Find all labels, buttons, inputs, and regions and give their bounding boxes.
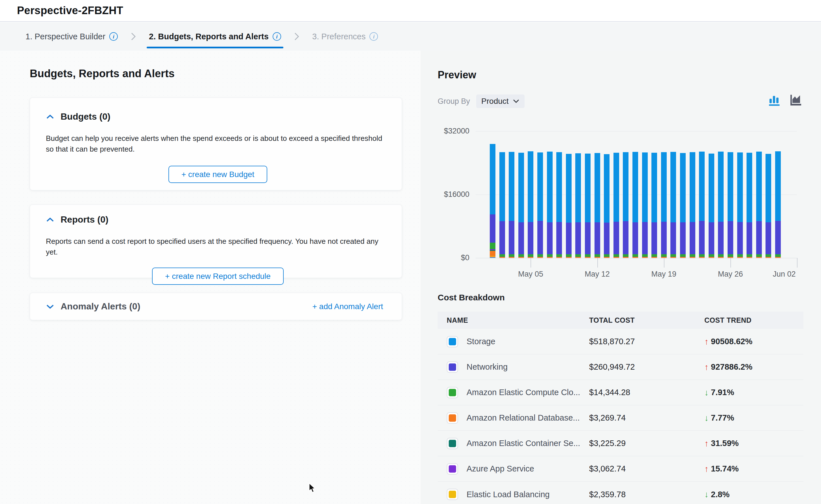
reports-title: Reports (0)	[61, 214, 108, 225]
service-name: Storage	[467, 337, 495, 346]
series-color-swatch-icon	[447, 438, 458, 449]
series-color-swatch-icon	[447, 336, 458, 347]
create-budget-button[interactable]: + create new Budget	[168, 166, 268, 183]
series-color-swatch-icon	[447, 412, 458, 424]
col-header-cost-trend: COST TREND	[704, 316, 813, 324]
service-name: Amazon Relational Database...	[467, 413, 580, 423]
table-row[interactable]: Amazon Elastic Container Se...$3,225.29↑…	[438, 431, 803, 456]
table-row[interactable]: Storage$518,870.27↑90508.62%	[438, 329, 803, 354]
info-icon[interactable]: i	[109, 32, 118, 41]
cost-trend: ↓7.77%	[704, 413, 813, 423]
table-row[interactable]: Azure App Service$3,062.74↑15.74%	[438, 456, 803, 482]
col-header-name: NAME	[447, 316, 589, 324]
total-cost: $3,225.29	[589, 439, 704, 448]
service-name-cell: Amazon Relational Database...	[447, 412, 589, 424]
trend-up-arrow-icon: ↑	[704, 464, 709, 474]
total-cost: $14,344.28	[589, 388, 704, 397]
wizard-tabbar: 1. Perspective Builder i 2. Budgets, Rep…	[0, 22, 821, 51]
mouse-cursor	[308, 483, 318, 494]
col-header-total-cost: TOTAL COST	[589, 316, 704, 324]
service-name: Azure App Service	[467, 464, 534, 473]
service-name-cell: Azure App Service	[447, 463, 589, 475]
cost-trend: ↑31.59%	[704, 439, 813, 448]
trend-percent: 7.77%	[711, 413, 734, 423]
budgets-title: Budgets (0)	[61, 111, 110, 122]
total-cost: $518,870.27	[589, 337, 704, 346]
trend-percent: 2.8%	[711, 490, 730, 499]
info-icon[interactable]: i	[273, 32, 281, 41]
series-color-swatch-icon	[447, 361, 458, 373]
add-anomaly-alert-link[interactable]: + add Anomaly Alert	[312, 302, 383, 311]
service-name-cell: Elastic Load Balancing	[447, 489, 589, 500]
cost-breakdown-table: NAME TOTAL COST COST TREND Storage$518,8…	[438, 312, 803, 504]
tab-label: 3. Preferences	[312, 32, 366, 41]
trend-down-arrow-icon: ↓	[704, 413, 709, 423]
trend-up-arrow-icon: ↑	[704, 362, 709, 372]
y-axis-tick-label: $16000	[427, 190, 469, 199]
trend-down-arrow-icon: ↓	[704, 388, 709, 397]
collapse-chevron-up-icon[interactable]	[46, 114, 54, 120]
service-name-cell: Amazon Elastic Container Se...	[447, 438, 589, 449]
service-name-cell: Networking	[447, 361, 589, 373]
y-axis-tick-label: $0	[427, 253, 469, 262]
budgets-description: Budget can help you receive alerts when …	[46, 133, 390, 154]
info-icon[interactable]: i	[369, 32, 378, 41]
cost-breakdown-title: Cost Breakdown	[438, 293, 505, 302]
series-color-swatch-icon	[447, 463, 458, 475]
trend-up-arrow-icon: ↑	[704, 439, 709, 448]
table-body: Storage$518,870.27↑90508.62%Networking$2…	[438, 329, 803, 504]
tab-label: 1. Perspective Builder	[25, 32, 105, 41]
trend-down-arrow-icon: ↓	[704, 490, 709, 499]
service-name: Amazon Elastic Container Se...	[467, 439, 580, 448]
table-row[interactable]: Networking$260,949.72↑927886.2%	[438, 354, 803, 380]
chevron-right-icon	[130, 32, 137, 41]
anomaly-alerts-title: Anomaly Alerts (0)	[61, 301, 140, 312]
total-cost: $260,949.72	[589, 362, 704, 372]
page-title: Perspective-2FBZHT	[17, 5, 123, 17]
expand-chevron-down-icon[interactable]	[46, 304, 54, 309]
preview-panel: Preview Group By Product	[421, 51, 821, 504]
service-name: Networking	[467, 362, 508, 372]
budgets-reports-alerts-panel: Budgets, Reports and Alerts Budgets (0) …	[30, 51, 402, 320]
tab-perspective-builder[interactable]: 1. Perspective Builder i	[23, 22, 120, 51]
tab-preferences[interactable]: 3. Preferences i	[310, 22, 381, 51]
reports-description: Reports can send a cost report to specif…	[46, 236, 390, 257]
service-name-cell: Amazon Elastic Compute Clo...	[447, 387, 589, 398]
trend-percent: 927886.2%	[711, 362, 753, 372]
table-row[interactable]: Elastic Load Balancing$2,359.78↓2.8%	[438, 482, 803, 504]
trend-up-arrow-icon: ↑	[704, 337, 709, 346]
cost-trend: ↑90508.62%	[704, 337, 813, 346]
table-row[interactable]: Amazon Elastic Compute Clo...$14,344.28↓…	[438, 380, 803, 405]
anomaly-alerts-card: Anomaly Alerts (0) + add Anomaly Alert	[30, 293, 402, 320]
trend-percent: 15.74%	[711, 464, 739, 473]
create-report-schedule-button[interactable]: + create new Report schedule	[152, 268, 284, 285]
service-name-cell: Storage	[447, 336, 589, 347]
trend-percent: 7.91%	[711, 388, 734, 397]
cost-trend: ↓2.8%	[704, 490, 813, 499]
series-color-swatch-icon	[447, 387, 458, 398]
total-cost: $2,359.78	[589, 490, 704, 499]
perspective-builder-page: Perspective-2FBZHT 1. Perspective Builde…	[0, 0, 821, 504]
section-heading: Budgets, Reports and Alerts	[30, 68, 402, 80]
tab-budgets-reports-alerts[interactable]: 2. Budgets, Reports and Alerts i	[147, 22, 283, 51]
total-cost: $3,269.74	[589, 413, 704, 423]
tab-label: 2. Budgets, Reports and Alerts	[149, 32, 269, 41]
cost-trend: ↓7.91%	[704, 388, 813, 397]
table-header-row: NAME TOTAL COST COST TREND	[438, 312, 803, 329]
reports-card: Reports (0) Reports can send a cost repo…	[30, 204, 402, 278]
trend-percent: 31.59%	[711, 439, 739, 448]
service-name: Elastic Load Balancing	[467, 490, 549, 499]
chevron-right-icon	[293, 32, 300, 41]
service-name: Amazon Elastic Compute Clo...	[467, 388, 580, 397]
budgets-card: Budgets (0) Budget can help you receive …	[30, 98, 402, 190]
series-color-swatch-icon	[447, 489, 458, 500]
y-axis-tick-label: $32000	[427, 127, 469, 135]
table-row[interactable]: Amazon Relational Database...$3,269.74↓7…	[438, 405, 803, 431]
collapse-chevron-up-icon[interactable]	[46, 217, 54, 223]
app-header: Perspective-2FBZHT	[0, 0, 821, 22]
trend-percent: 90508.62%	[711, 337, 753, 346]
cost-trend: ↑15.74%	[704, 464, 813, 474]
total-cost: $3,062.74	[589, 464, 704, 473]
cost-trend: ↑927886.2%	[704, 362, 813, 372]
